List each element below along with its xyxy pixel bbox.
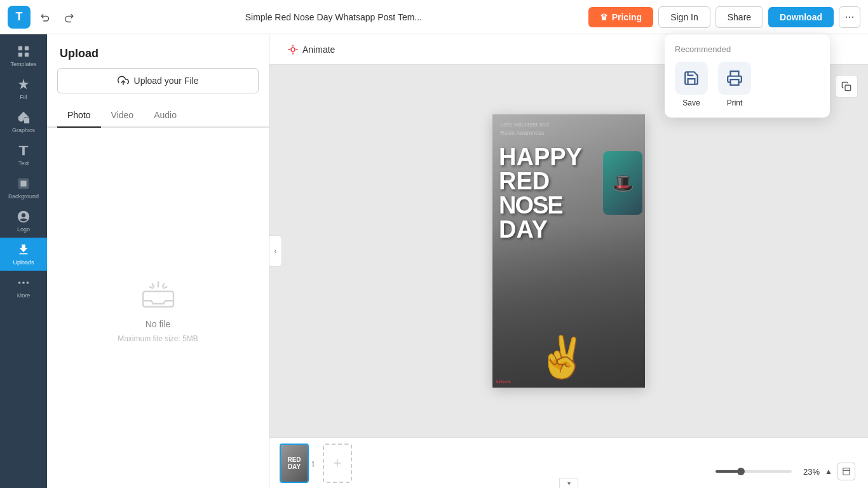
upload-file-button[interactable]: Upload your File [57, 68, 259, 93]
save-icon-container [675, 62, 708, 95]
sidebar-item-logo[interactable]: Logo [0, 205, 47, 238]
svg-rect-1 [25, 46, 29, 50]
svg-rect-6 [24, 118, 29, 123]
no-file-icon [138, 273, 179, 314]
left-sidebar: Templates Fill Graphics Text [0, 34, 47, 488]
logo-button[interactable]: T [8, 6, 31, 29]
design-canvas[interactable]: Let's Volunteer and Raise Awareness HAPP… [492, 114, 645, 388]
svg-rect-24 [845, 85, 851, 91]
signin-button[interactable]: Sign In [658, 6, 710, 28]
shapes-icon [17, 111, 31, 125]
bottom-bar: ▾ REDDAY 1 + 23% ▲ [269, 437, 868, 488]
crown-icon: ♛ [600, 12, 608, 22]
sidebar-item-templates[interactable]: Templates [0, 39, 47, 72]
download-dropdown: Recommended Save Print [665, 34, 830, 118]
page-thumb-inner: REDDAY [281, 445, 308, 482]
svg-point-10 [22, 281, 25, 284]
sparkle-icon [287, 44, 299, 55]
svg-rect-8 [20, 180, 26, 186]
topbar: T Simple Red Nose Day Whatsapp Post Tem.… [0, 0, 868, 34]
document-title: Simple Red Nose Day Whatsapp Post Tem... [84, 12, 583, 22]
expand-pages-button[interactable]: ▾ [559, 478, 578, 488]
zoom-track [715, 470, 738, 473]
animate-button[interactable]: Animate [280, 39, 342, 60]
page-number: 1 [311, 458, 315, 469]
sidebar-item-graphics[interactable]: Graphics [0, 105, 47, 139]
layout-icon [842, 467, 851, 476]
chevron-up-icon: ▲ [825, 467, 832, 476]
download-button[interactable]: Download [768, 7, 834, 27]
chevron-left-icon: ‹ [275, 247, 277, 255]
dropdown-items: Save Print [675, 62, 820, 107]
collapse-panel-button[interactable]: ‹ [269, 235, 282, 267]
page-layout-button[interactable] [837, 463, 855, 480]
panel-empty-state: No file Maximum file size: 5MB [47, 128, 269, 488]
sidebar-item-more[interactable]: More [0, 271, 47, 304]
no-file-text: No file [146, 319, 171, 329]
undo-redo-group [36, 7, 79, 27]
canvas-main: ‹ ＋ [269, 65, 868, 437]
redo-button[interactable] [58, 7, 79, 27]
more-button[interactable]: ··· [839, 6, 860, 28]
zoom-thumb[interactable] [737, 468, 745, 475]
sidebar-item-text[interactable]: Text [0, 139, 47, 172]
svg-rect-3 [25, 53, 29, 57]
svg-marker-5 [18, 112, 29, 118]
save-label: Save [682, 98, 700, 107]
print-icon-container [718, 62, 751, 95]
watermark: kidsvol... [496, 379, 513, 384]
dropdown-title: Recommended [675, 44, 820, 54]
tab-video[interactable]: Video [101, 104, 144, 128]
sidebar-item-uploads[interactable]: Uploads [0, 238, 47, 271]
svg-rect-2 [18, 53, 22, 57]
plus-icon: + [333, 455, 341, 471]
more-icon [17, 276, 31, 290]
panel-title: Upload [47, 34, 269, 68]
save-icon [683, 70, 700, 86]
add-page-button[interactable]: + [323, 444, 352, 483]
svg-line-18 [163, 286, 167, 288]
media-tabs: Photo Video Audio [47, 104, 269, 128]
svg-point-19 [291, 48, 295, 51]
print-icon [726, 70, 743, 86]
text-icon [17, 144, 31, 158]
mascot-element: 🎩 [603, 151, 642, 215]
pricing-button[interactable]: ♛ Pricing [588, 7, 653, 27]
svg-point-11 [27, 281, 29, 284]
top-actions: ♛ Pricing Sign In Share Download ··· [588, 6, 860, 28]
fill-icon [17, 78, 31, 92]
upload-icon [17, 243, 31, 257]
svg-rect-27 [731, 79, 739, 85]
max-size-text: Maximum file size: 5MB [118, 334, 198, 343]
undo-button[interactable] [36, 7, 56, 27]
page-thumbnail-1[interactable]: REDDAY [280, 444, 309, 483]
ellipsis-icon: ··· [844, 10, 854, 24]
sidebar-item-background[interactable]: Background [0, 172, 47, 205]
tab-photo[interactable]: Photo [57, 104, 101, 128]
logo-icon [17, 210, 31, 224]
grid-icon [17, 44, 31, 58]
copy-icon [841, 81, 851, 92]
happy-text: HAPPY RED NOSE DAY [499, 145, 582, 241]
svg-line-15 [152, 283, 154, 287]
dropdown-item-save[interactable]: Save [675, 62, 708, 107]
dropdown-item-print[interactable]: Print [718, 62, 751, 107]
svg-rect-0 [18, 46, 22, 50]
zoom-value: 23% [797, 467, 820, 477]
tab-audio[interactable]: Audio [144, 104, 187, 128]
svg-line-17 [149, 286, 153, 288]
svg-point-9 [18, 281, 21, 284]
sidebar-item-fill[interactable]: Fill [0, 72, 47, 105]
chevron-up-icon: ▾ [567, 480, 571, 487]
upload-cloud-icon [118, 75, 129, 86]
background-icon [17, 177, 31, 191]
copy-element-button[interactable] [835, 75, 858, 98]
print-label: Print [727, 98, 743, 107]
canvas-overlay-text: Let's Volunteer and Raise Awareness [500, 121, 549, 137]
svg-rect-25 [843, 468, 850, 475]
zoom-up-button[interactable]: ▲ [825, 467, 832, 476]
share-button[interactable]: Share [715, 6, 763, 28]
upload-panel: Upload Upload your File Photo Video Audi… [47, 34, 269, 488]
zoom-bar: 23% ▲ [715, 463, 855, 480]
zoom-slider[interactable] [715, 470, 792, 473]
